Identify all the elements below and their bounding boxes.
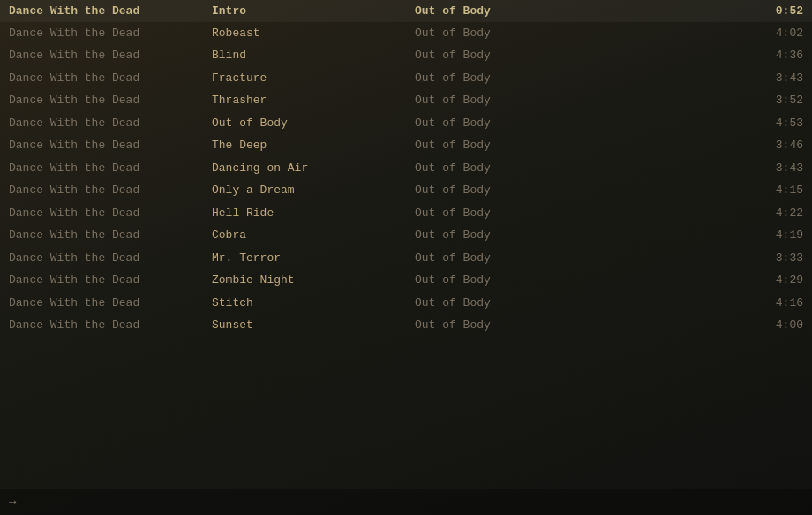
track-artist: Dance With the Dead [9, 295, 212, 312]
track-row[interactable]: Dance With the DeadCobraOut of Body4:19 [0, 224, 812, 247]
track-row[interactable]: Dance With the DeadHell RideOut of Body4… [0, 202, 812, 225]
track-album: Out of Body [415, 272, 591, 289]
track-list-header: Dance With the Dead Intro Out of Body 0:… [0, 0, 812, 22]
track-title: Mr. Terror [212, 250, 415, 267]
track-duration: 3:43 [591, 160, 803, 177]
track-duration: 4:19 [591, 227, 803, 244]
track-row[interactable]: Dance With the DeadStitchOut of Body4:16 [0, 292, 812, 315]
track-title: Out of Body [212, 115, 415, 132]
track-title: Robeast [212, 25, 415, 42]
track-artist: Dance With the Dead [9, 70, 212, 87]
track-title: Thrasher [212, 92, 415, 109]
track-duration: 4:36 [591, 47, 803, 64]
track-album: Out of Body [415, 250, 591, 267]
track-duration: 4:02 [591, 25, 803, 42]
track-album: Out of Body [415, 182, 591, 199]
track-duration: 4:15 [591, 182, 803, 199]
track-row[interactable]: Dance With the DeadOut of BodyOut of Bod… [0, 112, 812, 135]
track-artist: Dance With the Dead [9, 92, 212, 109]
track-artist: Dance With the Dead [9, 227, 212, 244]
track-artist: Dance With the Dead [9, 25, 212, 42]
track-album: Out of Body [415, 227, 591, 244]
track-title: Fracture [212, 70, 415, 87]
track-album: Out of Body [415, 160, 591, 177]
header-artist: Dance With the Dead [9, 3, 212, 20]
track-album: Out of Body [415, 137, 591, 154]
track-duration: 3:46 [591, 137, 803, 154]
track-duration: 3:52 [591, 92, 803, 109]
track-album: Out of Body [415, 92, 591, 109]
track-row[interactable]: Dance With the DeadOnly a DreamOut of Bo… [0, 179, 812, 202]
track-title: Dancing on Air [212, 160, 415, 177]
track-album: Out of Body [415, 205, 591, 222]
track-artist: Dance With the Dead [9, 250, 212, 267]
track-artist: Dance With the Dead [9, 115, 212, 132]
track-album: Out of Body [415, 317, 591, 334]
track-artist: Dance With the Dead [9, 160, 212, 177]
track-row[interactable]: Dance With the DeadMr. TerrorOut of Body… [0, 247, 812, 270]
track-album: Out of Body [415, 47, 591, 64]
track-row[interactable]: Dance With the DeadRobeastOut of Body4:0… [0, 22, 812, 45]
track-duration: 4:29 [591, 272, 803, 289]
header-album: Out of Body [415, 3, 591, 20]
track-row[interactable]: Dance With the DeadThe DeepOut of Body3:… [0, 134, 812, 157]
track-title: Cobra [212, 227, 415, 244]
track-duration: 4:22 [591, 205, 803, 222]
track-row[interactable]: Dance With the DeadDancing on AirOut of … [0, 157, 812, 180]
track-title: Hell Ride [212, 205, 415, 222]
track-album: Out of Body [415, 295, 591, 312]
track-title: Sunset [212, 317, 415, 334]
track-row[interactable]: Dance With the DeadBlindOut of Body4:36 [0, 44, 812, 67]
track-duration: 4:00 [591, 317, 803, 334]
track-list: Dance With the Dead Intro Out of Body 0:… [0, 0, 812, 337]
track-row[interactable]: Dance With the DeadSunsetOut of Body4:00 [0, 314, 812, 337]
track-duration: 3:43 [591, 70, 803, 87]
arrow-icon: → [9, 495, 16, 509]
track-artist: Dance With the Dead [9, 317, 212, 334]
track-artist: Dance With the Dead [9, 137, 212, 154]
track-duration: 3:33 [591, 250, 803, 267]
track-title: Blind [212, 47, 415, 64]
track-row[interactable]: Dance With the DeadFractureOut of Body3:… [0, 67, 812, 90]
track-duration: 4:16 [591, 295, 803, 312]
track-album: Out of Body [415, 115, 591, 132]
track-artist: Dance With the Dead [9, 47, 212, 64]
track-title: Stitch [212, 295, 415, 312]
header-title: Intro [212, 3, 415, 20]
track-row[interactable]: Dance With the DeadThrasherOut of Body3:… [0, 89, 812, 112]
header-duration: 0:52 [591, 3, 803, 20]
track-artist: Dance With the Dead [9, 272, 212, 289]
track-artist: Dance With the Dead [9, 205, 212, 222]
track-duration: 4:53 [591, 115, 803, 132]
track-album: Out of Body [415, 70, 591, 87]
track-artist: Dance With the Dead [9, 182, 212, 199]
track-album: Out of Body [415, 25, 591, 42]
track-title: Only a Dream [212, 182, 415, 199]
track-row[interactable]: Dance With the DeadZombie NightOut of Bo… [0, 269, 812, 292]
track-title: The Deep [212, 137, 415, 154]
track-title: Zombie Night [212, 272, 415, 289]
bottom-bar: → [0, 489, 812, 515]
